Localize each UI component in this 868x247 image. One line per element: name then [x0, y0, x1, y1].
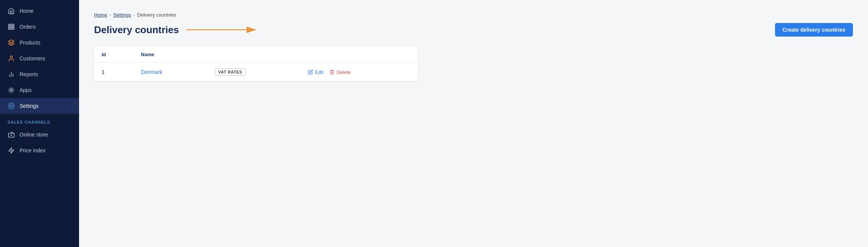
- breadcrumb-sep1: ›: [110, 12, 111, 18]
- sidebar-item-label: Reports: [20, 71, 38, 77]
- breadcrumb-settings[interactable]: Settings: [113, 12, 131, 18]
- svg-marker-3: [9, 40, 14, 43]
- sidebar-item-label: Settings: [20, 103, 39, 109]
- sidebar-item-home[interactable]: Home: [0, 3, 79, 19]
- page-title: Delivery countries: [94, 24, 179, 36]
- sidebar-item-reports[interactable]: Reports: [0, 66, 79, 82]
- delete-label: Delete: [337, 69, 351, 75]
- sidebar-item-label: Online store: [20, 132, 48, 138]
- home-icon: [8, 7, 15, 15]
- price-icon: [8, 147, 15, 154]
- sidebar-item-label: Home: [20, 8, 34, 14]
- delete-button[interactable]: Delete: [329, 69, 351, 75]
- breadcrumb-current: Delivery countries: [137, 12, 176, 18]
- sidebar-item-products[interactable]: Products: [0, 35, 79, 51]
- edit-icon: [308, 69, 313, 75]
- row-country-name: Denmark: [134, 63, 207, 81]
- row-actions: Edit Delete: [300, 63, 418, 81]
- row-id: 1: [94, 63, 134, 81]
- table-header-row: Id Name: [94, 46, 418, 63]
- row-vat: VAT RATES: [207, 63, 300, 81]
- apps-icon: [8, 86, 15, 94]
- settings-icon: [8, 102, 15, 110]
- delivery-countries-card: Id Name 1 Denmark VAT RATES: [94, 46, 418, 81]
- sidebar-item-label: Products: [20, 40, 40, 46]
- sidebar-item-label: Apps: [20, 87, 32, 93]
- sidebar: Home Orders Products: [0, 0, 79, 247]
- table-row: 1 Denmark VAT RATES Edit: [94, 63, 418, 81]
- sidebar-nav: Home Orders Products: [0, 0, 79, 247]
- sidebar-item-label: Orders: [20, 24, 36, 30]
- svg-rect-0: [9, 24, 14, 25]
- arrow-svg: [186, 22, 262, 37]
- orders-icon: [8, 23, 15, 31]
- sidebar-item-price-index[interactable]: Price index: [0, 143, 79, 158]
- trash-icon: [329, 69, 335, 75]
- breadcrumb: Home › Settings › Delivery countries: [94, 12, 853, 18]
- sidebar-item-orders[interactable]: Orders: [0, 19, 79, 35]
- create-delivery-countries-button[interactable]: Create delivery countries: [775, 23, 853, 37]
- sidebar-item-customers[interactable]: Customers: [0, 51, 79, 66]
- breadcrumb-home[interactable]: Home: [94, 12, 107, 18]
- edit-button[interactable]: Edit: [308, 69, 323, 75]
- svg-point-4: [10, 56, 12, 58]
- edit-label: Edit: [315, 69, 323, 75]
- customers-icon: [8, 55, 15, 62]
- page-header: Delivery countries Create delivery count…: [94, 22, 853, 37]
- delivery-countries-table: Id Name 1 Denmark VAT RATES: [94, 46, 418, 81]
- svg-rect-1: [9, 26, 14, 28]
- column-actions: [207, 46, 300, 63]
- sidebar-item-label: Customers: [20, 55, 45, 61]
- svg-point-9: [11, 105, 12, 107]
- column-name: Name: [134, 46, 207, 63]
- country-link-denmark[interactable]: Denmark: [141, 69, 163, 75]
- main-content: Home › Settings › Delivery countries Del…: [79, 0, 868, 247]
- store-icon: [8, 131, 15, 138]
- vat-rates-badge[interactable]: VAT RATES: [215, 68, 246, 76]
- sales-channels-label: SALES CHANNELS: [0, 114, 79, 127]
- column-edit-delete: [300, 46, 418, 63]
- breadcrumb-sep2: ›: [133, 12, 135, 18]
- svg-rect-2: [9, 28, 14, 29]
- column-id: Id: [94, 46, 134, 63]
- sidebar-item-apps[interactable]: Apps: [0, 82, 79, 98]
- svg-marker-13: [9, 148, 14, 153]
- reports-icon: [8, 71, 15, 78]
- arrow-indicator: [179, 22, 775, 37]
- action-group: Edit Delete: [308, 69, 410, 75]
- sidebar-item-settings[interactable]: Settings: [0, 98, 79, 114]
- sidebar-item-online-store[interactable]: Online store: [0, 127, 79, 143]
- products-icon: [8, 39, 15, 46]
- sidebar-item-label: Price index: [20, 147, 46, 153]
- svg-point-8: [11, 89, 12, 91]
